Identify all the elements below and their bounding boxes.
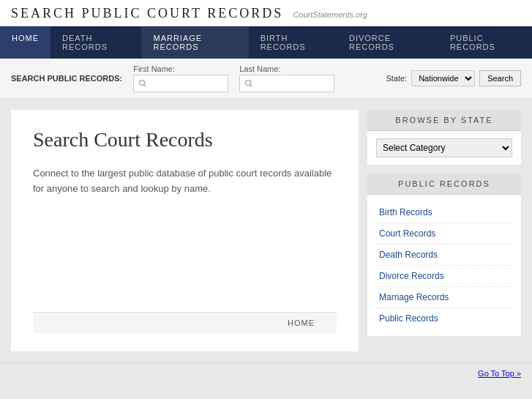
- sidebar-link-marriage-records[interactable]: Marriage Records: [376, 287, 512, 307]
- main-nav: HOMEDEATH RECORDSMARRIAGE RECORDSBIRTH R…: [0, 26, 532, 59]
- nav-item-divorce-records[interactable]: DIVORCE RECORDS: [337, 26, 438, 59]
- go-to-top-link[interactable]: Go To Top »: [478, 369, 521, 378]
- page-heading: Search Court Records: [33, 128, 337, 152]
- list-item: Marriage Records: [376, 287, 512, 308]
- footer-logo: ✾PageLines PLATFORM: [0, 384, 532, 399]
- list-item: Divorce Records: [376, 266, 512, 287]
- public-records-box: PUBLIC RECORDS Birth RecordsCourt Record…: [367, 174, 521, 336]
- main-content: Search Court Records Connect to the larg…: [0, 99, 532, 362]
- public-records-links: Birth RecordsCourt RecordsDeath RecordsD…: [376, 202, 512, 329]
- sidebar-link-court-records[interactable]: Court Records: [376, 223, 512, 244]
- list-item: Birth Records: [376, 202, 512, 223]
- first-name-group: First Name:: [133, 64, 228, 92]
- nav-item-home[interactable]: HOME: [0, 26, 50, 59]
- last-name-group: Last Name:: [239, 64, 334, 92]
- list-item: Death Records: [376, 245, 512, 266]
- site-header: SEARCH PUBLIC COURT RECORDS CourtStateme…: [0, 0, 532, 26]
- last-name-label: Last Name:: [239, 64, 334, 73]
- state-group: State: Nationwide Search: [386, 70, 521, 86]
- sidebar-link-public-records[interactable]: Public Records: [376, 308, 512, 329]
- footer-bar: Go To Top »: [0, 362, 532, 384]
- state-select[interactable]: Nationwide: [411, 70, 475, 86]
- site-title: SEARCH PUBLIC COURT RECORDS: [11, 6, 283, 20]
- sidebar-link-death-records[interactable]: Death Records: [376, 245, 512, 265]
- search-button[interactable]: Search: [479, 70, 521, 86]
- list-item: Public Records: [376, 308, 512, 329]
- sidebar: BROWSE BY STATE Select Category PUBLIC R…: [367, 110, 521, 351]
- first-name-label: First Name:: [133, 64, 228, 73]
- first-name-input[interactable]: [133, 75, 228, 92]
- search-label: SEARCH PUBLIC RECORDS:: [11, 74, 122, 83]
- search-bar: SEARCH PUBLIC RECORDS: First Name: Last …: [0, 59, 532, 99]
- state-category-select[interactable]: Select Category: [376, 138, 512, 157]
- content-area: Search Court Records Connect to the larg…: [11, 110, 359, 351]
- browse-by-state-box: BROWSE BY STATE Select Category: [367, 110, 521, 165]
- public-records-title: PUBLIC RECORDS: [367, 174, 521, 195]
- nav-item-death-records[interactable]: DEATH RECORDS: [50, 26, 141, 59]
- page-description: Connect to the largest public database o…: [33, 166, 337, 197]
- last-name-input[interactable]: [239, 75, 334, 92]
- nav-item-public-records[interactable]: PUBLIC RECORDS: [438, 26, 532, 59]
- list-item: Court Records: [376, 223, 512, 245]
- state-label: State:: [386, 74, 407, 83]
- breadcrumb-bar: HOME: [33, 312, 337, 333]
- site-subtitle: CourtStatements.org: [293, 10, 367, 19]
- sidebar-link-divorce-records[interactable]: Divorce Records: [376, 266, 512, 286]
- nav-item-marriage-records[interactable]: MARRIAGE RECORDS: [141, 26, 248, 59]
- breadcrumb-home[interactable]: HOME: [288, 318, 315, 327]
- sidebar-link-birth-records[interactable]: Birth Records: [376, 202, 512, 223]
- browse-by-state-title: BROWSE BY STATE: [367, 110, 521, 131]
- nav-item-birth-records[interactable]: BIRTH RECORDS: [249, 26, 337, 59]
